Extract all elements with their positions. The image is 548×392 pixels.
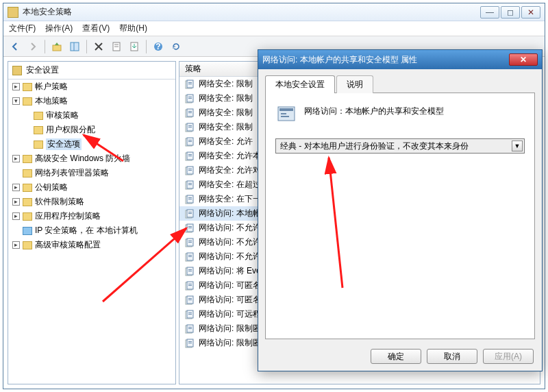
policy-icon — [185, 252, 195, 262]
svg-rect-51 — [188, 226, 192, 227]
svg-rect-59 — [188, 255, 192, 256]
tree-item-label: 公钥策略 — [35, 182, 68, 193]
svg-rect-40 — [188, 184, 192, 185]
svg-rect-31 — [188, 154, 192, 155]
policy-icon — [185, 151, 195, 161]
tree-item[interactable]: ▸高级安全 Windows 防火墙 — [11, 151, 175, 166]
properties-button[interactable] — [109, 39, 124, 54]
svg-rect-68 — [188, 285, 192, 286]
policy-label: 网络访问: 不允许 — [199, 222, 261, 234]
menu-file[interactable]: 文件(F) — [9, 23, 36, 34]
tree-item-label: IP 安全策略，在 本地计算机 — [35, 225, 138, 236]
refresh-button[interactable] — [169, 39, 184, 54]
policy-icon — [185, 180, 195, 190]
properties-dialog: 网络访问: 本地帐户的共享和安全模型 属性 ✕ 本地安全设置 说明 网络访问：本… — [258, 49, 543, 371]
up-button[interactable] — [49, 39, 64, 54]
svg-rect-12 — [188, 84, 192, 84]
svg-rect-35 — [188, 169, 192, 169]
expand-toggle-icon[interactable]: ▸ — [12, 184, 20, 191]
close-button[interactable]: ✕ — [521, 6, 540, 19]
help-button[interactable]: ? — [151, 39, 166, 54]
policy-label: 网络安全: 允许本 — [199, 150, 261, 162]
svg-rect-47 — [188, 212, 192, 212]
folder-icon — [23, 155, 32, 163]
folder-icon — [23, 227, 32, 235]
tree-item[interactable]: 安全选项 — [22, 137, 175, 151]
svg-rect-88 — [281, 116, 289, 117]
policy-icon — [185, 310, 195, 319]
policy-icon — [185, 267, 195, 276]
security-model-combobox[interactable]: 经典 - 对本地用户进行身份验证，不改变其本来身份 ▼ — [275, 138, 525, 154]
folder-icon — [23, 83, 32, 91]
apply-button[interactable]: 应用(A) — [483, 349, 534, 364]
policy-label: 网络安全: 限制 — [199, 78, 253, 90]
tab-local-security-setting[interactable]: 本地安全设置 — [265, 75, 335, 93]
svg-rect-63 — [188, 269, 192, 270]
dialog-close-button[interactable]: ✕ — [509, 53, 538, 66]
tree-root-label: 安全设置 — [26, 64, 59, 76]
expand-toggle-icon[interactable]: ▸ — [12, 155, 20, 162]
svg-rect-27 — [188, 140, 192, 140]
svg-rect-83 — [188, 341, 192, 342]
tree-item[interactable]: 网络列表管理器策略 — [11, 166, 175, 180]
tree-item-label: 审核策略 — [46, 110, 79, 121]
tree-item[interactable]: ▸公钥策略 — [11, 180, 175, 195]
expand-toggle-icon — [12, 227, 20, 234]
delete-button[interactable] — [91, 39, 106, 54]
expand-toggle-icon[interactable]: ▸ — [12, 198, 20, 206]
tree-item[interactable]: ▸帐户策略 — [11, 79, 175, 94]
svg-rect-56 — [188, 242, 192, 243]
svg-rect-32 — [188, 156, 192, 156]
menubar: 文件(F) 操作(A) 查看(V) 帮助(H) — [3, 21, 545, 36]
expand-toggle-icon[interactable]: ▸ — [12, 212, 20, 220]
minimize-button[interactable]: — — [480, 6, 499, 19]
menu-help[interactable]: 帮助(H) — [119, 23, 147, 34]
policy-icon — [185, 195, 195, 204]
svg-rect-55 — [188, 241, 192, 241]
expand-toggle-icon[interactable]: ▸ — [12, 241, 20, 249]
tree-item[interactable]: 审核策略 — [22, 108, 175, 123]
export-list-button[interactable] — [127, 39, 142, 54]
nav-back-button[interactable] — [8, 39, 23, 54]
tree-item[interactable]: ▸应用程序控制策略 — [11, 209, 175, 223]
tree-item[interactable]: ▾本地策略 — [11, 94, 175, 108]
svg-rect-75 — [188, 313, 192, 313]
tree-root[interactable]: 安全设置 — [8, 62, 175, 79]
folder-icon — [34, 126, 43, 134]
svg-rect-43 — [188, 197, 192, 198]
tree-item-label: 本地策略 — [35, 95, 68, 107]
tree-item[interactable]: 用户权限分配 — [22, 123, 175, 137]
ok-button[interactable]: 确定 — [371, 349, 421, 364]
tree-item[interactable]: ▸高级审核策略配置 — [11, 238, 175, 252]
policy-icon — [185, 238, 195, 247]
svg-rect-19 — [188, 111, 192, 112]
tab-explain[interactable]: 说明 — [336, 75, 373, 93]
policy-label: 网络访问: 将 Eve — [199, 265, 261, 277]
tree-item-label: 高级审核策略配置 — [35, 239, 101, 251]
folder-icon — [34, 140, 43, 149]
menu-action[interactable]: 操作(A) — [45, 23, 73, 34]
show-hide-tree-button[interactable] — [67, 39, 82, 54]
menu-view[interactable]: 查看(V) — [82, 23, 110, 34]
tree-item-label: 网络列表管理器策略 — [35, 167, 109, 179]
policy-label: 网络安全: 限制 — [199, 121, 253, 133]
svg-rect-60 — [188, 256, 192, 257]
nav-forward-button[interactable] — [25, 39, 40, 54]
folder-icon — [23, 198, 32, 206]
policy-label: 网络访问: 本地帐 — [199, 208, 261, 219]
policy-label: 网络安全: 允许对 — [199, 164, 261, 176]
svg-rect-72 — [188, 299, 192, 300]
svg-rect-71 — [188, 298, 192, 299]
cancel-button[interactable]: 取消 — [427, 349, 477, 364]
policy-icon — [185, 79, 195, 89]
policy-icon — [185, 166, 195, 175]
svg-rect-86 — [279, 108, 293, 111]
svg-rect-39 — [188, 183, 192, 184]
policy-label: 网络访问: 限制匿 — [199, 337, 261, 349]
tree-item[interactable]: IP 安全策略，在 本地计算机 — [11, 223, 175, 238]
expand-toggle-icon[interactable]: ▸ — [12, 83, 20, 90]
expand-toggle-icon[interactable]: ▾ — [12, 97, 20, 105]
tree-item[interactable]: ▸软件限制策略 — [11, 195, 175, 209]
combobox-value: 经典 - 对本地用户进行身份验证，不改变其本来身份 — [280, 140, 469, 152]
maximize-button[interactable]: ◻ — [501, 6, 520, 19]
